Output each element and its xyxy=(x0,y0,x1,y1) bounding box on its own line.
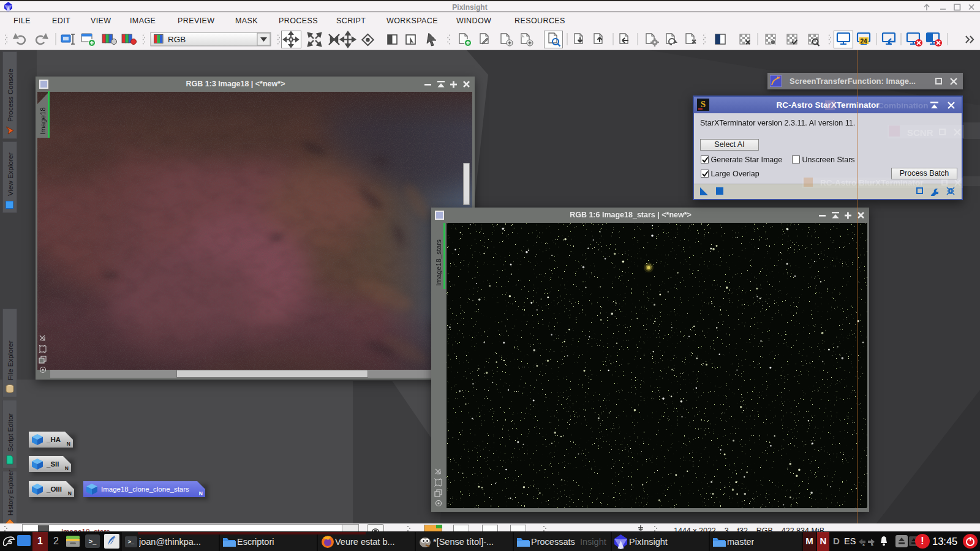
svg-text:x: x xyxy=(862,542,865,547)
svg-text:x: x xyxy=(871,542,873,547)
svg-text:RGB: RGB xyxy=(168,35,186,44)
svg-text:24: 24 xyxy=(861,38,868,45)
